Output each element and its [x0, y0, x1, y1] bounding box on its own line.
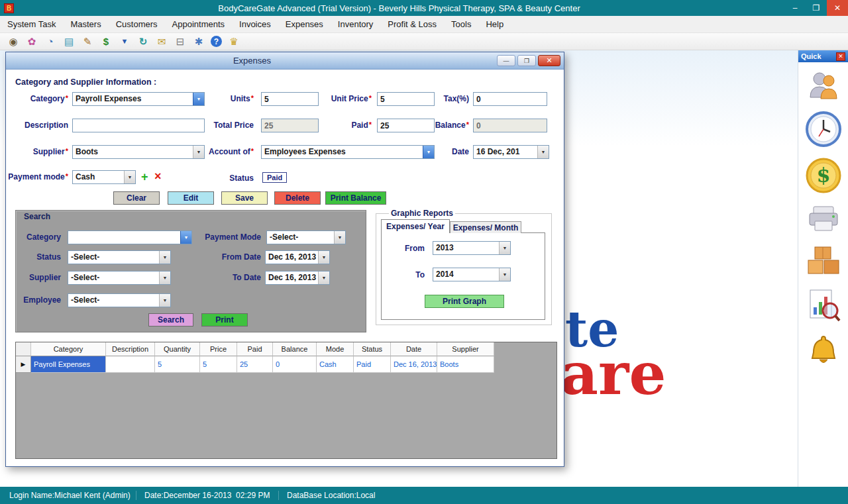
print-graph-button[interactable]: Print Graph — [425, 295, 504, 308]
search-status-label: Status — [16, 252, 61, 262]
search-supplier-select[interactable]: -Select-▼ — [68, 271, 171, 285]
description-input[interactable] — [72, 119, 205, 132]
cell-status[interactable]: Paid — [354, 356, 391, 373]
add-payment-mode-icon[interactable]: + — [141, 171, 148, 183]
column-header-quantity[interactable]: Quantity — [155, 342, 200, 356]
menu-item-masters[interactable]: Masters — [63, 17, 108, 32]
quick-reminders-button[interactable] — [804, 334, 843, 370]
close-button[interactable]: ✕ — [827, 0, 848, 16]
search-button[interactable]: Search — [148, 313, 193, 327]
column-header-mode[interactable]: Mode — [317, 342, 354, 356]
clear-button[interactable]: Clear — [113, 191, 160, 205]
search-panel: Search Category ▼ Payment Mode -Select-▼… — [15, 210, 366, 332]
print-balance-button[interactable]: Print Balance — [325, 191, 386, 205]
required-asterisk: * — [466, 121, 469, 128]
menu-item-appointments[interactable]: Appointments — [165, 17, 233, 32]
tax-input[interactable] — [473, 92, 547, 106]
help-icon[interactable]: ? — [211, 36, 222, 47]
column-header-paid[interactable]: Paid — [237, 342, 273, 356]
unit-price-input[interactable] — [377, 92, 435, 106]
dialog-restore-button[interactable]: ❐ — [517, 55, 536, 66]
spa-flower-icon[interactable]: ✿ — [25, 35, 38, 48]
cell-paid[interactable]: 25 — [237, 356, 273, 373]
from-date-select[interactable]: Dec 16, 2013▼ — [265, 250, 330, 264]
cell-balance[interactable]: 0 — [273, 356, 317, 373]
search-category-select[interactable]: ▼ — [68, 230, 192, 244]
os-titlebar[interactable]: B BodyCareGate Advanced (Trial Version) … — [0, 0, 848, 16]
dialog-minimize-button[interactable]: — — [497, 55, 515, 66]
menu-item-inventory[interactable]: Inventory — [331, 17, 380, 32]
cell-quantity[interactable]: 5 — [155, 356, 200, 373]
edit-button[interactable]: Edit — [168, 191, 214, 205]
menu-item-profit-loss[interactable]: Profit & Loss — [380, 17, 444, 32]
user-icon[interactable]: ♛ — [227, 35, 240, 48]
column-header-price[interactable]: Price — [200, 342, 237, 356]
chevron-down-icon: ▼ — [159, 251, 170, 264]
delete-payment-mode-icon[interactable]: × — [154, 170, 162, 182]
print-button[interactable]: Print — [201, 313, 248, 327]
row-selector[interactable]: ▶ — [16, 356, 31, 373]
date-select[interactable]: 16 Dec, 201▼ — [473, 145, 549, 159]
cell-category[interactable]: Payroll Expenses — [31, 356, 106, 373]
quick-clock-button[interactable] — [804, 111, 843, 147]
dialog-close-button[interactable]: ✕ — [538, 55, 560, 66]
delete-button[interactable]: Delete — [274, 191, 321, 205]
tab-expenses-month[interactable]: Expenses/ Month — [450, 221, 521, 233]
supplier-select[interactable]: Boots▼ — [72, 145, 205, 159]
cell-date[interactable]: Dec 16, 2013 — [391, 356, 437, 373]
cell-price[interactable]: 5 — [200, 356, 237, 373]
required-asterisk: * — [251, 94, 254, 102]
quick-admin-button[interactable] — [804, 70, 843, 101]
payments-icon[interactable]: $ — [99, 35, 113, 48]
column-header-supplier[interactable]: Supplier — [437, 342, 494, 356]
search-payment-mode-select[interactable]: -Select-▼ — [266, 230, 346, 244]
search-icon[interactable]: ◉ — [7, 35, 20, 48]
quick-reports-button[interactable] — [804, 287, 843, 323]
account-of-label: Account of* — [207, 147, 254, 156]
clock-icon[interactable]: ◔ — [44, 35, 57, 48]
quick-payments-button[interactable]: $ — [804, 158, 843, 193]
paid-input[interactable] — [377, 119, 435, 132]
folder-icon[interactable]: ⊟ — [174, 35, 187, 48]
menu-item-invoices[interactable]: Invoices — [232, 17, 278, 32]
graph-from-select[interactable]: 2013▼ — [433, 241, 511, 255]
units-input[interactable] — [261, 92, 319, 106]
restore-button[interactable]: ❐ — [806, 0, 827, 16]
tab-expenses-year[interactable]: Expenses/ Year — [381, 219, 450, 233]
export-icon[interactable]: ▼ — [118, 35, 131, 48]
settings-icon[interactable]: ✱ — [192, 35, 205, 48]
refresh-icon[interactable]: ↻ — [136, 35, 150, 48]
to-date-select[interactable]: Dec 16, 2013▼ — [265, 271, 330, 285]
column-header-description[interactable]: Description — [106, 342, 155, 356]
column-header-category[interactable]: Category — [31, 342, 106, 356]
quick-printer-button[interactable] — [804, 204, 843, 233]
cell-description[interactable] — [106, 356, 155, 373]
employee-select[interactable]: -Select-▼ — [68, 293, 171, 307]
column-header-status[interactable]: Status — [354, 342, 391, 356]
table-row[interactable]: ▶ Payroll Expenses 5 5 25 0 Cash Paid De… — [16, 356, 556, 373]
search-status-select[interactable]: -Select-▼ — [68, 250, 171, 264]
mail-icon[interactable]: ✉ — [155, 35, 168, 48]
quick-close-icon[interactable]: ✕ — [836, 52, 845, 61]
payment-mode-select[interactable]: Cash▼ — [72, 170, 136, 184]
menu-item-help[interactable]: Help — [478, 17, 511, 32]
column-header-balance[interactable]: Balance — [273, 342, 317, 356]
menu-item-system-task[interactable]: System Task — [0, 17, 63, 32]
cell-supplier[interactable]: Boots — [437, 356, 494, 373]
login-name-status: Login Name:Michael Kent (Admin) — [0, 491, 136, 500]
column-header-date[interactable]: Date — [391, 342, 437, 356]
chart-icon[interactable]: ▤ — [62, 35, 76, 48]
minimize-button[interactable]: – — [784, 0, 806, 16]
pen-icon[interactable]: ✎ — [81, 35, 94, 48]
expenses-dialog: Expenses — ❐ ✕ Category and Supplier Inf… — [5, 52, 564, 467]
account-of-select[interactable]: Employees Expenses▼ — [261, 145, 435, 159]
cell-mode[interactable]: Cash — [317, 356, 354, 373]
category-select[interactable]: Payroll Expenses▼ — [72, 92, 205, 106]
graph-to-select[interactable]: 2014▼ — [433, 268, 511, 281]
menu-item-tools[interactable]: Tools — [444, 17, 478, 32]
save-button[interactable]: Save — [221, 191, 268, 205]
dialog-titlebar[interactable]: Expenses — ❐ ✕ — [6, 52, 564, 70]
menu-item-customers[interactable]: Customers — [109, 17, 165, 32]
menu-item-expenses[interactable]: Expenses — [278, 17, 331, 32]
quick-inventory-button[interactable] — [804, 244, 843, 277]
